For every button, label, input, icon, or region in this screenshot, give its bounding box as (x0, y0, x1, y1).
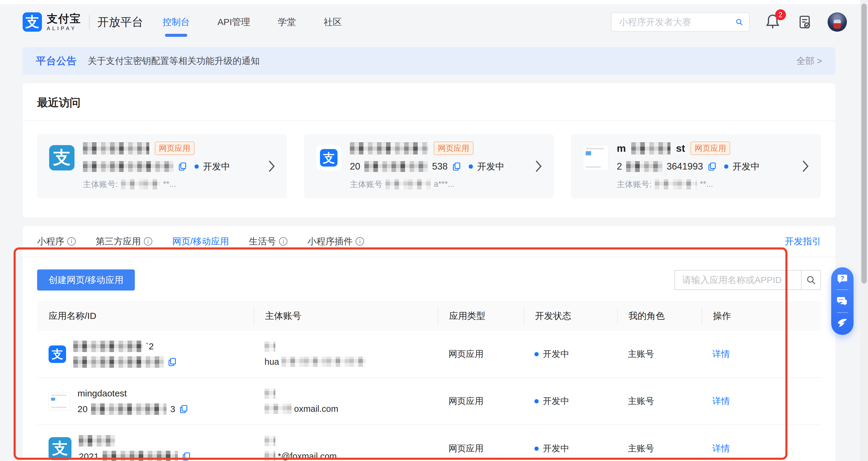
copy-icon[interactable] (178, 162, 187, 172)
redacted-account (265, 404, 292, 414)
divider (837, 312, 848, 313)
help-bubble-icon[interactable]: ? (837, 273, 848, 284)
detail-link[interactable]: 详情 (712, 443, 730, 453)
app-name: mingdaotest (78, 388, 127, 399)
announcement-all-link[interactable]: 全部 > (796, 55, 822, 67)
app-search-input[interactable] (674, 270, 801, 290)
table-header: 应用名称/ID 主体账号 应用类型 开发状态 我的角色 操作 (37, 301, 821, 331)
info-icon[interactable]: i (67, 237, 76, 246)
table-row[interactable]: 支 2021 (37, 425, 821, 461)
copy-icon[interactable] (452, 162, 461, 172)
recent-cards-row: 支 网页应用 开发中 主体账号: **... (23, 121, 835, 218)
dev-status-cell: 开发中 (543, 442, 569, 455)
apps-table: 应用名称/ID 主体账号 应用类型 开发状态 我的角色 操作 支 `2 (37, 301, 821, 461)
create-web-app-button[interactable]: 创建网页/移动应用 (37, 269, 135, 290)
help-float-widget[interactable]: ? (831, 267, 854, 335)
nav-community[interactable]: 社区 (323, 6, 342, 39)
app-type-tabs: 小程序i 第三方应用i 网页/移动应用 生活号i 小程序插件i 开发指引 (23, 226, 835, 257)
dev-guide-link[interactable]: 开发指引 (785, 235, 821, 248)
redacted-app-name (73, 341, 143, 352)
account-masked: **... (163, 180, 177, 189)
header-search[interactable] (611, 12, 750, 32)
chevron-right-icon[interactable] (801, 160, 810, 173)
account-masked: a***... (434, 180, 455, 189)
platform-title: 开放平台 (97, 14, 143, 30)
announcement-text[interactable]: 关于支付宝密钥配置等相关功能升级的通知 (88, 55, 260, 67)
copy-icon[interactable] (707, 162, 717, 172)
col-app-name: 应用名称/ID (37, 307, 254, 325)
table-row[interactable]: 支 `2 (37, 331, 821, 378)
col-my-role: 我的角色 (617, 307, 702, 325)
alipay-app-icon: 支 (49, 437, 71, 460)
alipay-logo-icon[interactable]: 支 (23, 12, 42, 32)
tab-mini-program[interactable]: 小程序i (37, 235, 76, 248)
detail-link[interactable]: 详情 (712, 349, 730, 359)
redacted-account (385, 179, 431, 189)
table-row[interactable]: mingdaotest 20 3 (37, 378, 821, 425)
apps-panel: 小程序i 第三方应用i 网页/移动应用 生活号i 小程序插件i 开发指引 创建网… (23, 226, 835, 461)
copy-icon[interactable] (179, 404, 188, 414)
dingtalk-icon[interactable] (837, 318, 848, 330)
scrollbar[interactable] (860, 0, 868, 461)
search-icon[interactable] (735, 17, 743, 27)
task-list-icon (798, 14, 812, 30)
redacted-app-name (79, 435, 115, 447)
account-label: 主体账号: (83, 179, 118, 190)
user-avatar[interactable] (828, 12, 847, 32)
redacted-account (265, 436, 275, 446)
recent-app-card[interactable]: 支 网页应用 20 538 开发中 主体账号 (304, 134, 554, 198)
header-search-input[interactable] (619, 17, 735, 27)
status-dot (534, 352, 539, 356)
col-dev-status: 开发状态 (524, 307, 617, 325)
redacted-app-id (91, 403, 166, 415)
app-screenshot-icon (49, 392, 70, 410)
info-icon[interactable]: i (279, 237, 287, 246)
info-icon[interactable]: i (144, 237, 152, 246)
chat-icon[interactable] (837, 295, 848, 307)
recent-visits-title: 最近访问 (23, 83, 835, 120)
notification-bell[interactable]: 2 (765, 13, 782, 31)
chevron-right-icon[interactable] (267, 160, 276, 173)
redacted-account (281, 357, 366, 367)
search-icon (806, 275, 816, 285)
scrollbar-thumb[interactable] (861, 4, 867, 284)
app-name-suffix: st (676, 143, 685, 154)
copy-icon[interactable] (167, 357, 177, 367)
status-dot (534, 447, 539, 451)
app-id-prefix: 20 (350, 161, 360, 172)
tab-web-mobile[interactable]: 网页/移动应用 (172, 235, 229, 248)
alipay-app-icon: 支 (49, 145, 74, 171)
redacted-account (265, 389, 275, 399)
dev-status-cell: 开发中 (543, 348, 569, 360)
header: 支 支付宝 ALIPAY 开放平台 控制台 API管理 学堂 社区 2 (0, 4, 868, 40)
tab-third-party[interactable]: 第三方应用i (96, 235, 152, 248)
recent-app-card[interactable]: 支 网页应用 开发中 主体账号: **... (37, 134, 287, 198)
info-icon[interactable]: i (355, 237, 364, 246)
app-name-suffix: `2 (146, 341, 154, 351)
tab-mini-plugin[interactable]: 小程序插件i (307, 235, 364, 248)
nav-school[interactable]: 学堂 (278, 6, 296, 39)
account-label: 主体账号 (350, 179, 382, 190)
task-list-button[interactable] (797, 13, 812, 31)
nav-api[interactable]: API管理 (217, 6, 250, 39)
dev-status: 开发中 (477, 160, 504, 173)
recent-app-card[interactable]: m st 网页应用 2 3641993 开发中 主体账号: (571, 134, 821, 198)
detail-link[interactable]: 详情 (712, 396, 730, 406)
app-search-button[interactable] (801, 270, 821, 290)
main-nav: 控制台 API管理 学堂 社区 (162, 6, 342, 39)
apps-toolbar: 创建网页/移动应用 (23, 257, 835, 301)
app-type-cell: 网页应用 (438, 442, 524, 455)
status-dot (534, 399, 539, 403)
redacted-app-id (83, 161, 174, 172)
top-strip (0, 0, 868, 4)
copy-icon[interactable] (182, 452, 191, 461)
tab-life-account[interactable]: 生活号i (249, 235, 287, 248)
nav-console[interactable]: 控制台 (162, 6, 190, 39)
chevron-right-icon[interactable] (534, 160, 543, 173)
redacted-app-id (626, 161, 662, 172)
app-id-suffix: 3641993 (666, 161, 703, 172)
redacted-app-name (350, 143, 428, 154)
redacted-account (121, 179, 160, 189)
redacted-account (265, 341, 275, 352)
dev-status: 开发中 (733, 160, 760, 173)
